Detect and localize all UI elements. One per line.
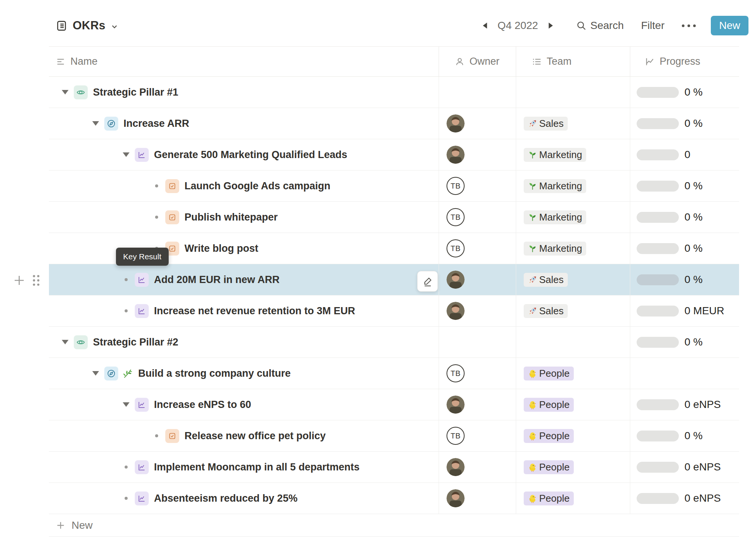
team-cell[interactable]: People	[516, 483, 630, 514]
row-name-cell[interactable]: Absenteeism reduced by 25%	[49, 483, 439, 514]
row-name-cell[interactable]: Add 20M EUR in new ARR	[49, 264, 439, 295]
disclosure-arrow-icon[interactable]	[90, 371, 101, 376]
disclosure-arrow-icon[interactable]	[59, 90, 71, 94]
row-name-cell[interactable]: Implement Mooncamp in all 5 departments	[49, 452, 439, 482]
team-cell[interactable]: Marketing	[516, 139, 630, 170]
row-name-cell[interactable]: Release new office pet policy	[49, 420, 439, 451]
new-row-button[interactable]: New	[49, 514, 739, 537]
row-name-cell[interactable]: Increase eNPS to 60	[49, 389, 439, 420]
team-cell[interactable]: Marketing	[516, 233, 630, 264]
bullet-icon	[151, 184, 162, 187]
new-button[interactable]: New	[711, 16, 748, 35]
ellipsis-icon	[682, 24, 696, 27]
progress-value: 0 %	[684, 180, 703, 192]
owner-cell[interactable]	[439, 389, 516, 420]
owner-avatar-initials: TB	[447, 364, 465, 382]
progress-cell: 0	[630, 139, 739, 170]
team-cell[interactable]: Marketing	[516, 202, 630, 233]
owner-cell[interactable]	[439, 295, 516, 326]
owner-cell[interactable]	[439, 327, 516, 358]
table-row[interactable]: Absenteeism reduced by 25% People 0 eNPS	[49, 483, 739, 514]
table-row[interactable]: Launch Google Ads campaign TB Marketing …	[49, 170, 739, 202]
team-pill[interactable]: People	[524, 492, 574, 505]
progress-cell: 0 %	[630, 420, 739, 451]
team-cell[interactable]: Marketing	[516, 170, 630, 201]
chick-icon	[528, 431, 537, 441]
team-pill[interactable]: People	[524, 429, 574, 443]
table-row[interactable]: Generate 500 Marketing Qualified Leads M…	[49, 139, 739, 170]
owner-cell[interactable]: TB	[439, 420, 516, 451]
arrow-right-icon[interactable]	[548, 22, 554, 29]
team-pill[interactable]: People	[524, 460, 574, 474]
progress-bar	[637, 337, 679, 348]
team-pill[interactable]: Sales	[524, 273, 568, 287]
row-name-cell[interactable]: Increase ARR	[49, 108, 439, 139]
drag-handle-icon[interactable]	[32, 274, 41, 287]
add-row-plus-icon[interactable]	[13, 274, 26, 287]
team-pill[interactable]: Marketing	[524, 210, 586, 224]
filter-button[interactable]: Filter	[641, 20, 665, 32]
owner-cell[interactable]: TB	[439, 233, 516, 264]
team-pill[interactable]: Sales	[524, 117, 568, 131]
search-button[interactable]: Search	[576, 20, 624, 32]
team-cell[interactable]: People	[516, 358, 630, 389]
row-name-cell[interactable]: Strategic Pillar #2	[49, 327, 439, 358]
table-row[interactable]: Strategic Pillar #1 0 %	[49, 77, 739, 108]
team-cell[interactable]: People	[516, 389, 630, 420]
owner-cell[interactable]	[439, 452, 516, 482]
table-row[interactable]: Increase ARR Sales 0 %	[49, 108, 739, 139]
row-name-cell[interactable]: Build a strong company culture	[49, 358, 439, 389]
row-name-cell[interactable]: Increase net revenue retention to 3M EUR	[49, 295, 439, 326]
column-header-name[interactable]: Name	[49, 47, 439, 76]
more-button[interactable]	[682, 24, 696, 27]
row-name-cell[interactable]: Write blog post	[49, 233, 439, 264]
owner-cell[interactable]	[439, 264, 516, 295]
row-name-cell[interactable]: Generate 500 Marketing Qualified Leads	[49, 139, 439, 170]
disclosure-arrow-icon[interactable]	[120, 402, 132, 407]
team-pill[interactable]: Marketing	[524, 179, 586, 193]
page-title[interactable]: OKRs	[73, 19, 105, 32]
owner-cell[interactable]	[439, 139, 516, 170]
chevron-down-icon[interactable]	[111, 23, 118, 30]
table-row[interactable]: Increase eNPS to 60 People 0 eNPS	[49, 389, 739, 420]
team-cell[interactable]: Sales	[516, 108, 630, 139]
table-row[interactable]: Increase net revenue retention to 3M EUR…	[49, 295, 739, 327]
table-row[interactable]: Build a strong company culture TB People	[49, 358, 739, 389]
team-cell[interactable]	[516, 77, 630, 108]
team-pill[interactable]: Sales	[524, 304, 568, 318]
team-cell[interactable]: People	[516, 452, 630, 482]
team-pill[interactable]: People	[524, 398, 574, 412]
owner-cell[interactable]	[439, 483, 516, 514]
seedling-icon	[528, 150, 537, 160]
column-header-owner[interactable]: Owner	[439, 47, 516, 76]
owner-cell[interactable]	[439, 108, 516, 139]
column-header-team[interactable]: Team	[516, 47, 630, 76]
owner-cell[interactable]: TB	[439, 202, 516, 233]
column-header-progress[interactable]: Progress	[630, 47, 739, 76]
owner-cell[interactable]: TB	[439, 358, 516, 389]
team-pill[interactable]: Marketing	[524, 148, 586, 162]
edit-button[interactable]	[417, 271, 438, 292]
table-row[interactable]: Release new office pet policy TB People …	[49, 420, 739, 452]
row-name-cell[interactable]: Publish whitepaper	[49, 202, 439, 233]
progress-value: 0 %	[684, 86, 703, 98]
team-cell[interactable]	[516, 327, 630, 358]
arrow-left-icon[interactable]	[482, 22, 488, 29]
table-row[interactable]: Implement Mooncamp in all 5 departments …	[49, 452, 739, 483]
team-label: Sales	[539, 305, 564, 317]
table-row[interactable]: Add 20M EUR in new ARR Sales 0 %	[49, 264, 739, 295]
disclosure-arrow-icon[interactable]	[59, 340, 71, 344]
team-cell[interactable]: Sales	[516, 295, 630, 326]
owner-cell[interactable]	[439, 77, 516, 108]
team-pill[interactable]: Marketing	[524, 242, 586, 256]
row-name-cell[interactable]: Strategic Pillar #1	[49, 77, 439, 108]
table-row[interactable]: Publish whitepaper TB Marketing 0 %	[49, 202, 739, 233]
team-cell[interactable]: Sales	[516, 264, 630, 295]
team-cell[interactable]: People	[516, 420, 630, 451]
table-row[interactable]: Strategic Pillar #2 0 %	[49, 327, 739, 358]
disclosure-arrow-icon[interactable]	[90, 121, 101, 126]
disclosure-arrow-icon[interactable]	[120, 152, 132, 157]
team-pill[interactable]: People	[524, 367, 574, 380]
row-name-cell[interactable]: Launch Google Ads campaign	[49, 170, 439, 201]
owner-cell[interactable]: TB	[439, 170, 516, 201]
